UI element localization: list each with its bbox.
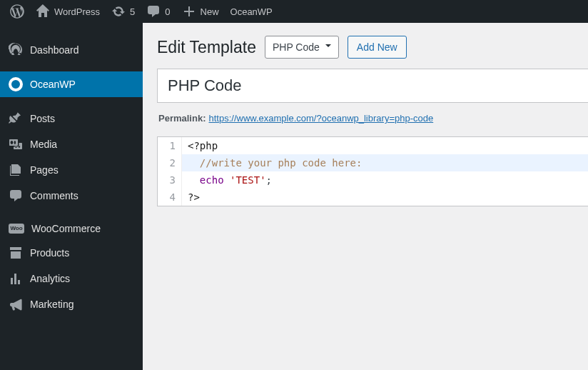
line-number: 2	[158, 154, 182, 171]
sidebar-item-label: Media	[30, 139, 57, 150]
code-content[interactable]: ?>	[182, 189, 588, 206]
comments-count: 0	[165, 6, 170, 17]
admin-sidebar: Dashboard OceanWP Posts Media Pages Comm…	[0, 23, 143, 370]
line-number: 4	[158, 189, 182, 206]
select-value: PHP Code	[273, 41, 320, 53]
admin-toolbar: WordPress 5 0 New OceanWP	[0, 0, 588, 23]
line-number: 1	[158, 137, 182, 154]
page-content: Edit Template PHP Code Add New Permalink…	[143, 23, 588, 370]
sidebar-item-label: OceanWP	[30, 79, 76, 90]
line-number: 3	[158, 171, 182, 189]
page-heading: Edit Template	[157, 38, 256, 57]
sidebar-item-woocommerce[interactable]: Woo WooCommerce	[0, 217, 143, 240]
site-name: WordPress	[54, 6, 100, 17]
updates-menu[interactable]: 5	[106, 0, 141, 23]
comment-icon	[146, 4, 161, 19]
sidebar-item-dashboard[interactable]: Dashboard	[0, 37, 143, 63]
code-content[interactable]: //write your php code here:	[182, 154, 588, 171]
megaphone-icon	[9, 297, 23, 311]
analytics-icon	[9, 271, 23, 286]
sidebar-item-label: Comments	[30, 190, 78, 201]
update-icon	[111, 4, 126, 19]
pin-icon	[9, 111, 23, 126]
sidebar-item-pages[interactable]: Pages	[0, 157, 143, 183]
media-icon	[9, 137, 23, 151]
woo-icon: Woo	[9, 224, 24, 234]
sidebar-item-oceanwp[interactable]: OceanWP	[0, 71, 143, 97]
template-type-select[interactable]: PHP Code	[265, 36, 339, 59]
wordpress-logo-icon	[10, 4, 24, 19]
pages-icon	[9, 163, 23, 177]
wp-logo-menu[interactable]	[4, 0, 30, 23]
permalink-row: Permalink: https://www.example.com/?ocea…	[158, 113, 588, 124]
sidebar-item-media[interactable]: Media	[0, 131, 143, 157]
code-line[interactable]: 1<?php	[158, 137, 588, 154]
code-line[interactable]: 3 echo 'TEST';	[158, 171, 588, 189]
site-name-menu[interactable]: WordPress	[30, 0, 106, 23]
home-icon	[36, 4, 50, 19]
add-new-button[interactable]: Add New	[348, 36, 407, 59]
code-editor[interactable]: 1<?php2 //write your php code here:3 ech…	[157, 136, 588, 206]
permalink-link[interactable]: https://www.example.com/?oceanwp_library…	[208, 113, 433, 124]
sidebar-item-posts[interactable]: Posts	[0, 106, 143, 131]
code-content[interactable]: <?php	[182, 137, 588, 154]
plus-icon	[182, 4, 196, 19]
sidebar-item-label: Posts	[30, 113, 55, 124]
comments-menu[interactable]: 0	[141, 0, 176, 23]
new-label: New	[201, 6, 219, 17]
sidebar-item-label: WooCommerce	[31, 223, 101, 234]
new-content-menu[interactable]: New	[176, 0, 225, 23]
title-input[interactable]	[157, 69, 588, 103]
sidebar-item-products[interactable]: Products	[0, 240, 143, 266]
sidebar-item-label: Products	[30, 247, 69, 259]
code-line[interactable]: 4?>	[158, 189, 588, 206]
theme-label: OceanWP	[230, 6, 273, 17]
page-header: Edit Template PHP Code Add New	[157, 36, 588, 59]
sidebar-item-label: Marketing	[30, 299, 74, 310]
sidebar-item-comments[interactable]: Comments	[0, 183, 143, 209]
code-line[interactable]: 2 //write your php code here:	[158, 154, 588, 171]
updates-count: 5	[130, 6, 135, 17]
sidebar-item-analytics[interactable]: Analytics	[0, 266, 143, 291]
sidebar-item-marketing[interactable]: Marketing	[0, 291, 143, 317]
sidebar-item-label: Dashboard	[30, 44, 79, 56]
dashboard-icon	[9, 43, 23, 57]
sidebar-item-label: Pages	[30, 164, 59, 176]
oceanwp-icon	[9, 77, 23, 91]
comments-icon	[9, 189, 23, 203]
chevron-down-icon	[323, 41, 334, 54]
theme-menu[interactable]: OceanWP	[225, 0, 278, 23]
products-icon	[9, 246, 23, 260]
code-content[interactable]: echo 'TEST';	[182, 171, 588, 189]
permalink-label: Permalink:	[158, 113, 206, 124]
sidebar-item-label: Analytics	[30, 273, 70, 284]
